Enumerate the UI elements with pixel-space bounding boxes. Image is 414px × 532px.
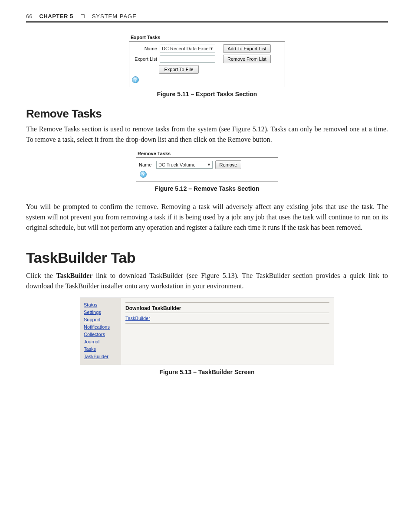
figure-513-caption: Figure 5.13 – TaskBuilder Screen: [159, 369, 254, 375]
export-tasks-panel-title: Export Tasks: [131, 35, 285, 40]
remove-name-value: DC Truck Volume: [158, 162, 196, 167]
sidebar-item-taskbuilder[interactable]: TaskBuilder: [84, 354, 118, 359]
export-to-file-button[interactable]: Export To File: [159, 65, 199, 74]
export-tasks-figure: Export Tasks Name DC Recent Data Excel ▼…: [129, 35, 285, 87]
name-label: Name: [132, 46, 157, 51]
header-divider: [26, 21, 388, 23]
export-list-select[interactable]: [160, 55, 215, 63]
taskbuilder-main: Download TaskBuilder TaskBuilder: [121, 298, 334, 365]
help-icon[interactable]: ?: [132, 76, 139, 83]
sidebar-item-settings[interactable]: Settings: [84, 310, 118, 315]
remove-button[interactable]: Remove: [215, 160, 241, 169]
name-select[interactable]: DC Recent Data Excel ▼: [160, 45, 215, 52]
add-to-export-list-button[interactable]: Add To Export List: [223, 44, 271, 53]
sidebar-item-support[interactable]: Support: [84, 317, 118, 322]
remove-tasks-panel-title: Remove Tasks: [138, 151, 278, 156]
chevron-down-icon: ▼: [210, 46, 214, 51]
sidebar-item-notifications[interactable]: Notifications: [84, 324, 118, 330]
name-label: Name: [139, 162, 154, 167]
download-taskbuilder-title: Download TaskBuilder: [125, 305, 329, 311]
chevron-down-icon: ▼: [207, 163, 211, 167]
page-number: 66: [26, 13, 32, 20]
chapter-title: SYSTEM PAGE: [92, 13, 137, 20]
tb-para-bold: TaskBuilder: [56, 272, 93, 279]
sidebar-item-status[interactable]: Status: [84, 302, 118, 307]
remove-from-list-button[interactable]: Remove From List: [223, 55, 271, 63]
remove-name-select[interactable]: DC Truck Volume ▼: [156, 161, 213, 169]
figure-511-caption: Figure 5.11 – Export Tasks Section: [157, 91, 257, 98]
page-header: 66 CHAPTER 5 ☐ SYSTEM PAGE: [26, 13, 388, 20]
sidebar-item-tasks[interactable]: Tasks: [84, 346, 118, 352]
taskbuilder-paragraph: Click the TaskBuilder link to download T…: [26, 271, 388, 291]
export-list-label: Export List: [132, 56, 157, 62]
chapter-label: CHAPTER 5: [39, 13, 73, 20]
chapter-separator: ☐: [80, 13, 85, 20]
sidebar-item-journal[interactable]: Journal: [84, 339, 118, 344]
post-remove-paragraph: You will be prompted to confirm the remo…: [26, 202, 388, 233]
remove-tasks-heading: Remove Tasks: [26, 107, 388, 121]
sidebar-item-collectors[interactable]: Collectors: [84, 332, 118, 337]
help-icon[interactable]: ?: [140, 171, 147, 178]
taskbuilder-tab-heading: TaskBuilder Tab: [26, 249, 388, 266]
remove-tasks-figure: Remove Tasks Name DC Truck Volume ▼ Remo…: [136, 151, 278, 182]
taskbuilder-sidebar: Status Settings Support Notifications Co…: [80, 298, 121, 365]
taskbuilder-download-link[interactable]: TaskBuilder: [125, 316, 150, 321]
name-select-value: DC Recent Data Excel: [162, 46, 210, 51]
taskbuilder-figure: Status Settings Support Notifications Co…: [80, 297, 334, 365]
tb-para-pre: Click the: [26, 272, 56, 279]
remove-tasks-paragraph: The Remove Tasks section is used to remo…: [26, 124, 388, 145]
figure-512-caption: Figure 5.12 – Remove Tasks Section: [155, 185, 260, 192]
